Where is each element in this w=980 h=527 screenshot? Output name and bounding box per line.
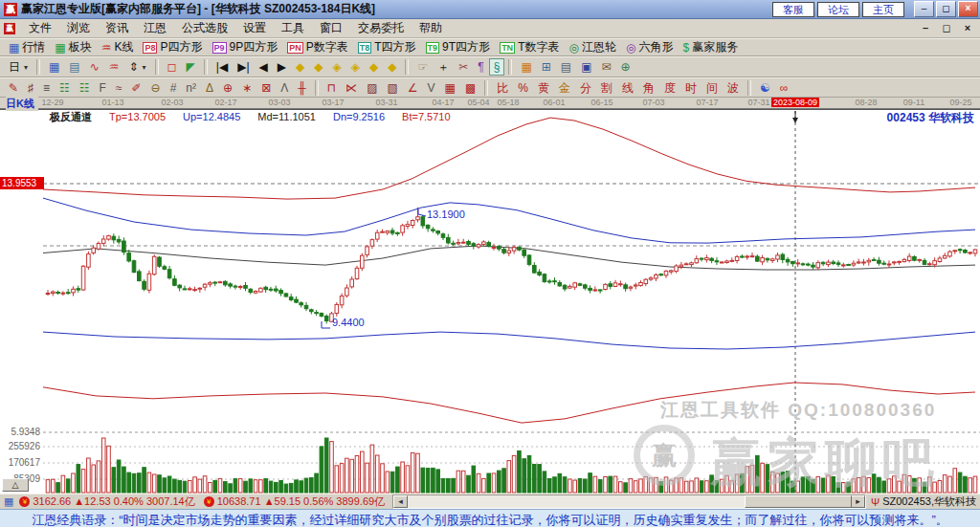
- scroll-right-arrow[interactable]: ▸: [851, 495, 865, 508]
- cycle-right-icon[interactable]: ◈: [346, 58, 365, 76]
- ellipse-tool-icon[interactable]: ⊖: [146, 79, 166, 97]
- gann-wheel-button[interactable]: ◎江恩轮: [564, 37, 620, 57]
- golden-tool-icon[interactable]: 黄: [533, 79, 554, 97]
- horizontal-scrollbar[interactable]: ◂ ▸: [392, 494, 866, 509]
- cut-line-icon[interactable]: 割: [596, 79, 617, 97]
- p-square-button[interactable]: P8P四方形: [138, 37, 207, 57]
- draw-pen2-icon[interactable]: ✐: [127, 79, 146, 97]
- multi-line-icon[interactable]: ≡: [38, 79, 55, 97]
- hexagon-button[interactable]: ◎六角形: [621, 37, 678, 57]
- green-grid2-icon[interactable]: ☷: [75, 79, 95, 97]
- expand-volume-button[interactable]: △: [2, 478, 29, 492]
- nav-next-icon[interactable]: ▶: [273, 58, 291, 76]
- triangle-tool-icon[interactable]: Δ: [201, 79, 218, 97]
- nav-prev-icon[interactable]: ◀: [255, 58, 273, 76]
- board-icon[interactable]: ▦: [4, 495, 13, 508]
- mdi-close-button[interactable]: ×: [959, 21, 976, 35]
- scroll-left-arrow[interactable]: ◂: [393, 495, 408, 508]
- mdi-minimize-button[interactable]: –: [917, 21, 934, 35]
- menu-item-窗口[interactable]: 窗口: [312, 19, 350, 37]
- ratio-tool-icon[interactable]: 比: [492, 79, 513, 97]
- mail-icon[interactable]: ✉: [596, 58, 615, 76]
- t-square-button[interactable]: T8T四方形: [353, 37, 421, 57]
- kline-button[interactable]: ♒K线: [97, 37, 139, 57]
- gann-fan-icon[interactable]: ⋉: [341, 79, 362, 97]
- dense-grid-icon[interactable]: ▦: [440, 79, 460, 97]
- angle-line-icon[interactable]: ∠: [403, 79, 423, 97]
- homepage-button[interactable]: 主页: [862, 2, 904, 17]
- restore-button[interactable]: ◻: [936, 1, 956, 17]
- nav-first-icon[interactable]: |◀: [212, 58, 233, 76]
- flag-f-icon[interactable]: F: [95, 79, 111, 97]
- calculator-icon[interactable]: ⊞: [537, 58, 556, 76]
- infinity-icon[interactable]: ∞: [775, 79, 793, 97]
- split-tool-icon[interactable]: 分: [575, 79, 596, 97]
- menu-item-交易委托[interactable]: 交易委托: [350, 19, 412, 37]
- smart-analysis-icon[interactable]: §: [489, 58, 505, 76]
- peak-icon[interactable]: Λ: [276, 79, 293, 97]
- ninep-square-button[interactable]: P99P四方形: [208, 37, 283, 57]
- pennant-icon[interactable]: ◤: [182, 58, 200, 76]
- hash-grid-icon[interactable]: #: [166, 79, 182, 97]
- gann-box-icon[interactable]: ⊓: [323, 79, 341, 97]
- quote-panel-icon[interactable]: ▤: [64, 58, 84, 76]
- cycle-updown-icon[interactable]: ◆: [383, 58, 401, 76]
- menu-item-帮助[interactable]: 帮助: [412, 19, 450, 37]
- hatch-lines-icon[interactable]: ♯: [23, 79, 38, 97]
- check-line-icon[interactable]: V: [423, 79, 440, 97]
- taiji-icon[interactable]: ☯: [755, 79, 775, 97]
- nav-last-icon[interactable]: ▶|: [233, 58, 254, 76]
- degree-tool-icon[interactable]: 度: [659, 79, 680, 97]
- box-x-icon[interactable]: ⊠: [256, 79, 276, 97]
- window-layout-icon[interactable]: ▦: [44, 58, 64, 76]
- scrollbar-thumb[interactable]: [745, 495, 852, 508]
- dense-grid2-icon[interactable]: ▩: [460, 79, 480, 97]
- shanghai-index-icon[interactable]: ¥: [19, 496, 30, 507]
- line-tool-icon[interactable]: 线: [617, 79, 638, 97]
- save-icon[interactable]: ▣: [576, 58, 596, 76]
- p-number-table-button[interactable]: PNP数字表: [282, 37, 353, 57]
- shade-box2-icon[interactable]: ▧: [382, 79, 402, 97]
- menu-item-江恩[interactable]: 江恩: [136, 19, 174, 37]
- menu-item-浏览[interactable]: 浏览: [59, 19, 98, 37]
- menu-item-文件[interactable]: 文件: [21, 19, 59, 37]
- shenzhen-index-icon[interactable]: ¥: [204, 496, 214, 507]
- calendar-icon[interactable]: ▦: [516, 58, 536, 76]
- kline-frame-icon[interactable]: ◻: [163, 58, 182, 76]
- menu-item-公式选股[interactable]: 公式选股: [174, 19, 235, 37]
- quotes-button[interactable]: ▦行情: [4, 37, 50, 57]
- cycle-expand-icon[interactable]: ◆: [309, 58, 327, 76]
- scale-toggle-dropdown[interactable]: ⇕▾: [124, 58, 151, 76]
- notes-icon[interactable]: ▤: [556, 58, 576, 76]
- winner-service-button[interactable]: $赢家服务: [678, 37, 743, 57]
- cycle-compress-icon[interactable]: ◆: [291, 58, 309, 76]
- menu-item-设置[interactable]: 设置: [235, 19, 274, 37]
- draw-brush-icon[interactable]: ✎: [4, 79, 23, 97]
- menu-item-资讯[interactable]: 资讯: [98, 19, 136, 37]
- forum-button[interactable]: 论坛: [817, 2, 859, 17]
- exponent-icon[interactable]: n²: [181, 79, 201, 97]
- trend-line-small-icon[interactable]: ∿: [85, 58, 104, 76]
- cycle-left-icon[interactable]: ◈: [327, 58, 345, 76]
- time-tool-icon[interactable]: 时: [680, 79, 702, 97]
- cycle-up-icon[interactable]: ◆: [365, 58, 383, 76]
- measure-icon[interactable]: ✂: [454, 58, 473, 76]
- pan-hand-icon[interactable]: ☞: [412, 58, 433, 76]
- ninet-square-button[interactable]: T99T四方形: [421, 37, 496, 57]
- period-day-dropdown[interactable]: 日▾: [4, 58, 33, 76]
- gold-section-icon[interactable]: 金: [554, 79, 575, 97]
- gann-tool-icon[interactable]: ¶: [473, 58, 488, 76]
- minimize-button[interactable]: –: [914, 1, 934, 17]
- wave-count-icon[interactable]: 波: [723, 79, 744, 97]
- data-transfer-icon[interactable]: ⊕: [616, 58, 635, 76]
- percent-tool-icon[interactable]: %: [513, 79, 533, 97]
- angle-tool-icon[interactable]: 角: [638, 79, 659, 97]
- chart-plot-area[interactable]: 极反通道Tp=13.7005Up=12.4845Md=11.1051Dn=9.2…: [0, 109, 980, 494]
- close-button[interactable]: ×: [958, 1, 978, 17]
- interval-tool-icon[interactable]: 间: [702, 79, 723, 97]
- sectors-button[interactable]: ▦板块: [50, 37, 96, 57]
- waves-icon[interactable]: ≈: [111, 79, 127, 97]
- trend-bar-small-icon[interactable]: ♒: [104, 58, 124, 76]
- t-number-table-button[interactable]: TNT数字表: [495, 37, 564, 57]
- customer-service-button[interactable]: 客服: [772, 2, 814, 17]
